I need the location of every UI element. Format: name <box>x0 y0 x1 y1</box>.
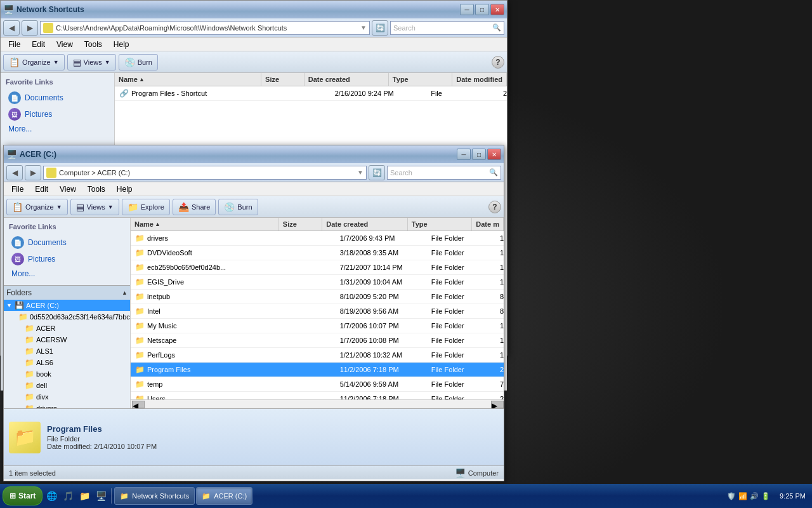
h-scroll-left[interactable]: ◀ <box>132 401 145 408</box>
menu-tools-acer[interactable]: Tools <box>82 184 110 195</box>
tree-item-als1[interactable]: 📁 ALS1 <box>14 345 130 357</box>
col-date-created-net[interactable]: Date created <box>304 73 389 86</box>
h-scroll-right[interactable]: ▶ <box>491 401 504 408</box>
sidebar-pictures-acer[interactable]: 🖼 Pictures <box>9 251 125 267</box>
refresh-btn-net[interactable]: 🔄 <box>372 20 388 36</box>
col-date-modified-net[interactable]: Date modified <box>452 73 507 86</box>
forward-btn-net[interactable]: ▶ <box>22 20 38 36</box>
titlebar-network-shortcuts[interactable]: 🖥️ Network Shortcuts ─ □ ✕ <box>1 1 507 18</box>
minimize-btn-net[interactable]: ─ <box>460 4 474 15</box>
tree-item-acer[interactable]: 📁 ACER <box>14 323 130 334</box>
file-row-dvdvideosoft[interactable]: 📁DVDVideoSoft 3/18/2008 9:35 AM File Fol… <box>131 246 504 260</box>
organize-btn-net[interactable]: 📋 Organize ▼ <box>3 54 65 70</box>
menu-bar-net: File Edit View Tools Help <box>1 37 507 51</box>
menu-help-net[interactable]: Help <box>108 39 134 50</box>
burn-btn-acer[interactable]: 💿 Burn <box>218 199 258 215</box>
file-row-net-0[interactable]: 🔗 Program Files - Shortcut 2/16/2010 9:2… <box>115 86 507 101</box>
help-btn-acer[interactable]: ? <box>488 201 501 213</box>
back-btn-net[interactable]: ◀ <box>3 20 20 36</box>
share-btn-acer[interactable]: 📤 Share <box>173 199 216 215</box>
back-btn-acer[interactable]: ◀ <box>6 165 23 180</box>
folders-header-acer[interactable]: Folders ▲ <box>4 285 130 300</box>
address-box-acer[interactable]: Computer > ACER (C:) ▼ <box>43 166 367 180</box>
tree-item-drivers[interactable]: 📁 drivers <box>14 403 130 408</box>
explore-btn-acer[interactable]: 📁 Explore <box>122 199 170 215</box>
col-name-net[interactable]: Name▲ <box>115 73 261 86</box>
taskbar-explorer-icon[interactable]: 📁 <box>77 488 92 504</box>
col-date-created-acer[interactable]: Date created <box>322 218 408 231</box>
col-date-modified-acer[interactable]: Date m <box>472 218 504 231</box>
sidebar-documents-acer[interactable]: 📄 Documents <box>9 234 125 251</box>
tree-item-book[interactable]: 📁 book <box>14 368 130 380</box>
views-btn-acer[interactable]: ▤ Views ▼ <box>70 199 119 215</box>
organize-btn-acer[interactable]: 📋 Organize ▼ <box>6 199 68 215</box>
col-size-net[interactable]: Size <box>261 73 304 86</box>
tree-item-0d55[interactable]: 📁 0d5520d63a2c53f14e634af7bbcf <box>14 311 130 323</box>
tree-item-als6[interactable]: 📁 ALS6 <box>14 357 130 368</box>
minimize-btn-acer[interactable]: ─ <box>457 149 471 160</box>
taskbar-btn-network-shortcuts[interactable]: 📁 Network Shortcuts <box>114 487 195 505</box>
tray-volume-icon[interactable]: 🔊 <box>749 491 759 501</box>
title-network-shortcuts: Network Shortcuts <box>16 5 460 14</box>
menu-edit-acer[interactable]: Edit <box>30 184 53 195</box>
clock[interactable]: 9:25 PM <box>776 492 809 500</box>
file-row-users[interactable]: 📁Users 11/2/2006 7:18 PM File Folder 2/8… <box>131 392 504 399</box>
menu-view-net[interactable]: View <box>51 39 78 50</box>
col-type-net[interactable]: Type <box>389 73 452 86</box>
menu-tools-net[interactable]: Tools <box>79 39 107 50</box>
start-button[interactable]: ⊞ Start <box>3 486 43 505</box>
tree-item-dell[interactable]: 📁 dell <box>14 380 130 391</box>
views-label-acer: Views <box>87 203 105 211</box>
col-size-acer[interactable]: Size <box>279 218 322 231</box>
help-btn-net[interactable]: ? <box>492 56 504 69</box>
menu-view-acer[interactable]: View <box>55 184 81 195</box>
refresh-btn-acer[interactable]: 🔄 <box>369 165 385 180</box>
taskbar-ie-icon[interactable]: 🌐 <box>44 488 59 504</box>
file-row-drivers[interactable]: 📁drivers 1/7/2006 9:43 PM File Folder 1/… <box>131 231 504 246</box>
computer-icon-status-acer: 🖥️ <box>455 468 466 478</box>
h-scrollbar-acer[interactable]: ◀ ▶ <box>131 399 504 408</box>
forward-btn-acer[interactable]: ▶ <box>25 165 41 180</box>
sidebar-pictures-net[interactable]: 🖼 Pictures <box>6 106 109 123</box>
close-btn-net[interactable]: ✕ <box>490 4 504 15</box>
address-text-net: C:\Users\Andrew\AppData\Roaming\Microsof… <box>56 24 287 32</box>
file-row-programfiles[interactable]: 📁Program Files 11/2/2006 7:18 PM File Fo… <box>131 363 504 377</box>
tree-item-divx[interactable]: 📁 divx <box>14 391 130 403</box>
tray-network-icon[interactable]: 📶 <box>738 491 748 501</box>
views-btn-net[interactable]: ▤ Views ▼ <box>67 54 116 70</box>
menu-file-acer[interactable]: File <box>6 184 29 195</box>
menu-file-net[interactable]: File <box>3 39 25 50</box>
status-computer-acer: 🖥️ Computer <box>455 468 499 478</box>
file-row-ecb[interactable]: 📁ecb259b0c65f0ef0d24b... 7/21/2007 10:14… <box>131 260 504 275</box>
col-name-acer[interactable]: Name▲ <box>131 218 279 231</box>
file-row-temp[interactable]: 📁temp 5/14/2006 9:59 AM File Folder 7/2/… <box>131 377 504 392</box>
sidebar-documents-net[interactable]: 📄 Documents <box>6 90 109 106</box>
more-link-acer[interactable]: More... <box>9 267 125 280</box>
restore-btn-net[interactable]: □ <box>475 4 489 15</box>
tree-item-acersw[interactable]: 📁 ACERSW <box>14 334 130 345</box>
menu-help-acer[interactable]: Help <box>112 184 138 195</box>
address-box-net[interactable]: C:\Users\Andrew\AppData\Roaming\Microsof… <box>40 21 370 35</box>
taskbar-media-icon[interactable]: 🎵 <box>60 488 75 504</box>
file-row-inetpub[interactable]: 📁inetpub 8/10/2009 5:20 PM File Folder 8… <box>131 290 504 304</box>
tray-antivirus-icon[interactable]: 🛡️ <box>726 491 737 501</box>
titlebar-acer[interactable]: 🖥️ ACER (C:) ─ □ ✕ <box>4 145 504 163</box>
burn-btn-net[interactable]: 💿 Burn <box>119 54 158 70</box>
taskbar-btn-acer[interactable]: 📁 ACER (C:) <box>196 487 252 505</box>
tray-battery-icon[interactable]: 🔋 <box>761 491 771 501</box>
file-row-netscape[interactable]: 📁Netscape 1/7/2006 10:08 PM File Folder … <box>131 333 504 348</box>
file-row-perflogs[interactable]: 📁PerfLogs 1/21/2008 10:32 AM File Folder… <box>131 348 504 363</box>
tree-label-als1: ALS1 <box>36 347 53 355</box>
file-row-mymusic[interactable]: 📁My Music 1/7/2006 10:07 PM File Folder … <box>131 319 504 333</box>
taskbar-show-desktop-icon[interactable]: 🖥️ <box>93 488 108 504</box>
tree-item-acer-root[interactable]: ▼ 💾 ACER (C:) <box>4 300 130 311</box>
file-row-intel[interactable]: 📁Intel 8/19/2008 9:56 AM File Folder 8/1… <box>131 304 504 319</box>
restore-btn-acer[interactable]: □ <box>472 149 486 160</box>
close-btn-acer[interactable]: ✕ <box>487 149 501 160</box>
menu-edit-net[interactable]: Edit <box>27 39 50 50</box>
search-box-net[interactable]: Search 🔍 <box>390 21 504 35</box>
search-box-acer[interactable]: Search 🔍 <box>387 166 501 180</box>
col-type-acer[interactable]: Type <box>408 218 473 231</box>
file-row-egis[interactable]: 📁EGIS_Drive 1/31/2009 10:04 AM File Fold… <box>131 275 504 290</box>
more-link-net[interactable]: More... <box>6 123 109 135</box>
